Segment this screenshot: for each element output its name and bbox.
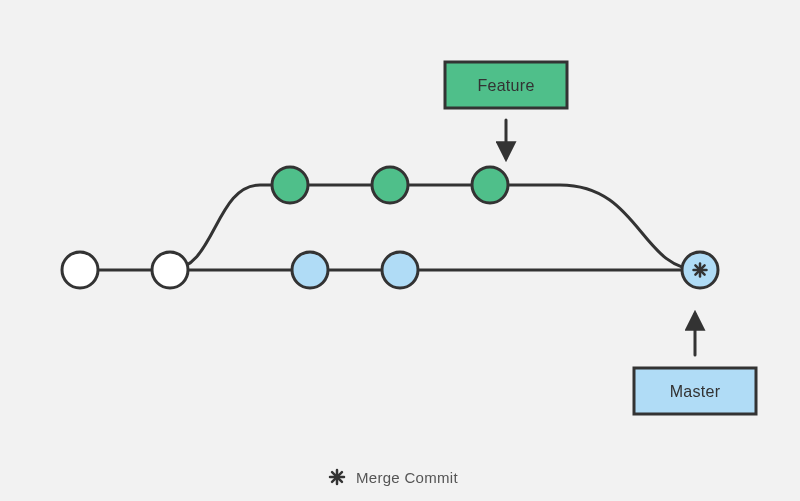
commit-feature-0 [272, 167, 308, 203]
commit-main-pre-0 [62, 252, 98, 288]
commit-main-post-0 [292, 252, 328, 288]
commit-main-post-1 [382, 252, 418, 288]
legend-text: Merge Commit [356, 469, 458, 486]
legend-star-icon [330, 470, 344, 484]
commit-main-pre-1 [152, 252, 188, 288]
feature-branch-path [170, 185, 700, 270]
legend: Merge Commit [330, 469, 458, 486]
feature-branch-tag-label: Feature [477, 77, 534, 94]
merge-commit-star [694, 264, 707, 277]
master-branch-tag-label: Master [670, 383, 721, 400]
git-merge-diagram: FeatureMasterMerge Commit [0, 0, 800, 501]
commit-feature-1 [372, 167, 408, 203]
commit-feature-2 [472, 167, 508, 203]
